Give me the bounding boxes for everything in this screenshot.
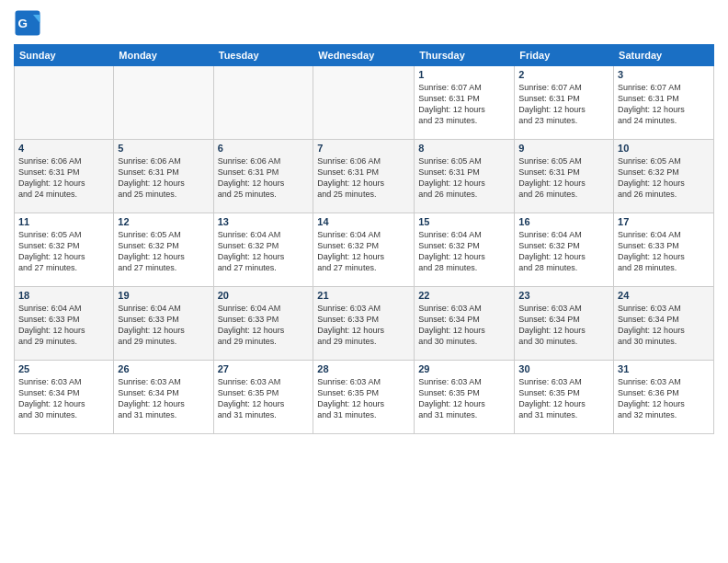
day-info: Sunrise: 6:03 AM Sunset: 6:34 PM Dayligh… <box>518 303 609 348</box>
day-number: 4 <box>18 143 109 154</box>
day-number: 17 <box>618 216 710 227</box>
calendar-day-cell: 8Sunrise: 6:05 AM Sunset: 6:31 PM Daylig… <box>415 140 515 213</box>
day-info: Sunrise: 6:05 AM Sunset: 6:32 PM Dayligh… <box>118 229 209 274</box>
calendar-day-cell: 25Sunrise: 6:03 AM Sunset: 6:34 PM Dayli… <box>15 361 114 434</box>
day-info: Sunrise: 6:05 AM Sunset: 6:32 PM Dayligh… <box>18 229 109 274</box>
day-number: 28 <box>317 363 410 374</box>
day-info: Sunrise: 6:03 AM Sunset: 6:34 PM Dayligh… <box>618 303 710 348</box>
calendar-day-header: Friday <box>515 45 614 66</box>
calendar-day-cell <box>114 66 213 140</box>
calendar-day-header: Saturday <box>614 45 714 66</box>
day-number: 22 <box>418 290 510 301</box>
day-number: 5 <box>118 143 209 154</box>
calendar-week-row: 1Sunrise: 6:07 AM Sunset: 6:31 PM Daylig… <box>15 66 714 140</box>
day-number: 3 <box>618 69 710 80</box>
day-number: 24 <box>618 290 710 301</box>
day-info: Sunrise: 6:04 AM Sunset: 6:33 PM Dayligh… <box>618 229 710 274</box>
day-info: Sunrise: 6:05 AM Sunset: 6:31 PM Dayligh… <box>518 155 609 201</box>
day-info: Sunrise: 6:05 AM Sunset: 6:31 PM Dayligh… <box>418 155 510 201</box>
day-info: Sunrise: 6:06 AM Sunset: 6:31 PM Dayligh… <box>317 155 410 201</box>
calendar-day-cell: 3Sunrise: 6:07 AM Sunset: 6:31 PM Daylig… <box>614 66 714 140</box>
day-number: 10 <box>618 143 710 154</box>
day-info: Sunrise: 6:04 AM Sunset: 6:33 PM Dayligh… <box>18 303 109 348</box>
calendar-day-cell: 31Sunrise: 6:03 AM Sunset: 6:36 PM Dayli… <box>614 361 714 434</box>
day-info: Sunrise: 6:04 AM Sunset: 6:32 PM Dayligh… <box>317 229 410 274</box>
calendar-header-row: SundayMondayTuesdayWednesdayThursdayFrid… <box>15 45 714 66</box>
logo-icon: G <box>14 9 41 37</box>
calendar-day-cell: 20Sunrise: 6:04 AM Sunset: 6:33 PM Dayli… <box>213 287 313 361</box>
calendar-day-cell: 14Sunrise: 6:04 AM Sunset: 6:32 PM Dayli… <box>313 213 415 287</box>
calendar-day-cell: 24Sunrise: 6:03 AM Sunset: 6:34 PM Dayli… <box>614 287 714 361</box>
calendar-day-cell <box>313 66 415 140</box>
calendar-day-cell: 22Sunrise: 6:03 AM Sunset: 6:34 PM Dayli… <box>415 287 515 361</box>
calendar-day-header: Thursday <box>415 45 515 66</box>
calendar-day-cell <box>15 66 114 140</box>
calendar-day-header: Monday <box>114 45 213 66</box>
main-container: G SundayMondayTuesdayWednesdayThursdayFr… <box>0 0 728 443</box>
day-number: 15 <box>418 216 510 227</box>
day-number: 14 <box>317 216 410 227</box>
day-number: 12 <box>118 216 209 227</box>
logo: G <box>14 9 43 37</box>
day-number: 6 <box>218 143 310 154</box>
calendar-day-cell: 4Sunrise: 6:06 AM Sunset: 6:31 PM Daylig… <box>15 140 114 213</box>
day-info: Sunrise: 6:03 AM Sunset: 6:34 PM Dayligh… <box>118 376 209 421</box>
day-number: 18 <box>18 290 109 301</box>
calendar-day-cell: 7Sunrise: 6:06 AM Sunset: 6:31 PM Daylig… <box>313 140 415 213</box>
calendar-week-row: 18Sunrise: 6:04 AM Sunset: 6:33 PM Dayli… <box>15 287 714 361</box>
day-info: Sunrise: 6:07 AM Sunset: 6:31 PM Dayligh… <box>618 82 710 127</box>
day-number: 1 <box>418 69 510 80</box>
day-info: Sunrise: 6:04 AM Sunset: 6:33 PM Dayligh… <box>118 303 209 348</box>
calendar-day-cell: 12Sunrise: 6:05 AM Sunset: 6:32 PM Dayli… <box>114 213 213 287</box>
calendar-day-header: Tuesday <box>213 45 313 66</box>
day-number: 23 <box>518 290 609 301</box>
calendar-day-cell: 1Sunrise: 6:07 AM Sunset: 6:31 PM Daylig… <box>415 66 515 140</box>
calendar-day-cell: 2Sunrise: 6:07 AM Sunset: 6:31 PM Daylig… <box>515 66 614 140</box>
calendar-day-cell: 23Sunrise: 6:03 AM Sunset: 6:34 PM Dayli… <box>515 287 614 361</box>
calendar-day-cell: 16Sunrise: 6:04 AM Sunset: 6:32 PM Dayli… <box>515 213 614 287</box>
day-number: 2 <box>518 69 609 80</box>
day-number: 26 <box>118 363 209 374</box>
calendar-day-cell: 17Sunrise: 6:04 AM Sunset: 6:33 PM Dayli… <box>614 213 714 287</box>
day-info: Sunrise: 6:04 AM Sunset: 6:32 PM Dayligh… <box>518 229 609 274</box>
day-info: Sunrise: 6:07 AM Sunset: 6:31 PM Dayligh… <box>418 82 510 127</box>
day-number: 25 <box>18 363 109 374</box>
day-number: 27 <box>218 363 310 374</box>
day-number: 31 <box>618 363 710 374</box>
day-number: 29 <box>418 363 510 374</box>
day-number: 11 <box>18 216 109 227</box>
day-info: Sunrise: 6:03 AM Sunset: 6:35 PM Dayligh… <box>518 376 609 421</box>
day-number: 21 <box>317 290 410 301</box>
day-number: 9 <box>518 143 609 154</box>
day-info: Sunrise: 6:07 AM Sunset: 6:31 PM Dayligh… <box>518 82 609 127</box>
calendar-week-row: 4Sunrise: 6:06 AM Sunset: 6:31 PM Daylig… <box>15 140 714 213</box>
calendar-day-cell: 26Sunrise: 6:03 AM Sunset: 6:34 PM Dayli… <box>114 361 213 434</box>
calendar-day-header: Wednesday <box>313 45 415 66</box>
calendar-day-cell: 10Sunrise: 6:05 AM Sunset: 6:32 PM Dayli… <box>614 140 714 213</box>
calendar-day-cell: 15Sunrise: 6:04 AM Sunset: 6:32 PM Dayli… <box>415 213 515 287</box>
svg-text:G: G <box>18 17 28 30</box>
day-info: Sunrise: 6:03 AM Sunset: 6:34 PM Dayligh… <box>18 376 109 421</box>
calendar: SundayMondayTuesdayWednesdayThursdayFrid… <box>14 44 714 434</box>
day-info: Sunrise: 6:04 AM Sunset: 6:33 PM Dayligh… <box>218 303 310 348</box>
day-info: Sunrise: 6:06 AM Sunset: 6:31 PM Dayligh… <box>218 155 310 201</box>
day-number: 8 <box>418 143 510 154</box>
day-info: Sunrise: 6:04 AM Sunset: 6:32 PM Dayligh… <box>218 229 310 274</box>
day-info: Sunrise: 6:06 AM Sunset: 6:31 PM Dayligh… <box>18 155 109 201</box>
calendar-day-cell: 18Sunrise: 6:04 AM Sunset: 6:33 PM Dayli… <box>15 287 114 361</box>
day-number: 20 <box>218 290 310 301</box>
calendar-day-cell: 11Sunrise: 6:05 AM Sunset: 6:32 PM Dayli… <box>15 213 114 287</box>
day-number: 7 <box>317 143 410 154</box>
calendar-week-row: 25Sunrise: 6:03 AM Sunset: 6:34 PM Dayli… <box>15 361 714 434</box>
calendar-day-cell: 28Sunrise: 6:03 AM Sunset: 6:35 PM Dayli… <box>313 361 415 434</box>
calendar-day-cell: 9Sunrise: 6:05 AM Sunset: 6:31 PM Daylig… <box>515 140 614 213</box>
day-number: 19 <box>118 290 209 301</box>
day-info: Sunrise: 6:04 AM Sunset: 6:32 PM Dayligh… <box>418 229 510 274</box>
calendar-week-row: 11Sunrise: 6:05 AM Sunset: 6:32 PM Dayli… <box>15 213 714 287</box>
calendar-day-cell: 19Sunrise: 6:04 AM Sunset: 6:33 PM Dayli… <box>114 287 213 361</box>
day-info: Sunrise: 6:03 AM Sunset: 6:35 PM Dayligh… <box>418 376 510 421</box>
day-info: Sunrise: 6:03 AM Sunset: 6:35 PM Dayligh… <box>317 376 410 421</box>
day-number: 16 <box>518 216 609 227</box>
day-number: 30 <box>518 363 609 374</box>
day-info: Sunrise: 6:03 AM Sunset: 6:35 PM Dayligh… <box>218 376 310 421</box>
